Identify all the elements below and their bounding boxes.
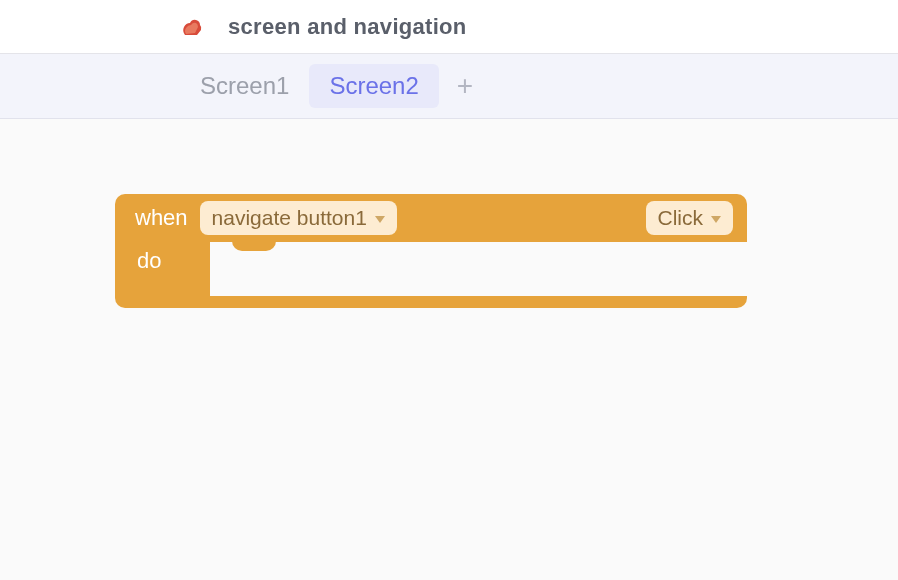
block-header-row: when navigate button1 Click [115, 194, 747, 242]
chevron-down-icon [711, 216, 721, 223]
app-title: screen and navigation [228, 14, 467, 40]
event-dropdown-label: Click [658, 206, 704, 230]
block-footer [115, 296, 747, 308]
tab-screen1[interactable]: Screen1 [180, 64, 309, 108]
add-screen-button[interactable]: + [439, 66, 491, 106]
app-logo-icon [180, 15, 204, 39]
component-dropdown[interactable]: navigate button1 [200, 201, 397, 235]
do-keyword: do [115, 242, 210, 296]
when-event-block[interactable]: when navigate button1 Click do [115, 194, 747, 308]
tab-screen2[interactable]: Screen2 [309, 64, 438, 108]
component-dropdown-label: navigate button1 [212, 206, 367, 230]
do-slot[interactable] [210, 242, 747, 296]
screen-tabbar: Screen1 Screen2 + [0, 54, 898, 119]
block-body: do [115, 242, 747, 296]
event-dropdown[interactable]: Click [646, 201, 734, 235]
when-keyword: when [135, 205, 188, 231]
blocks-canvas[interactable]: when navigate button1 Click do [0, 119, 898, 580]
app-header: screen and navigation [0, 0, 898, 54]
chevron-down-icon [375, 216, 385, 223]
